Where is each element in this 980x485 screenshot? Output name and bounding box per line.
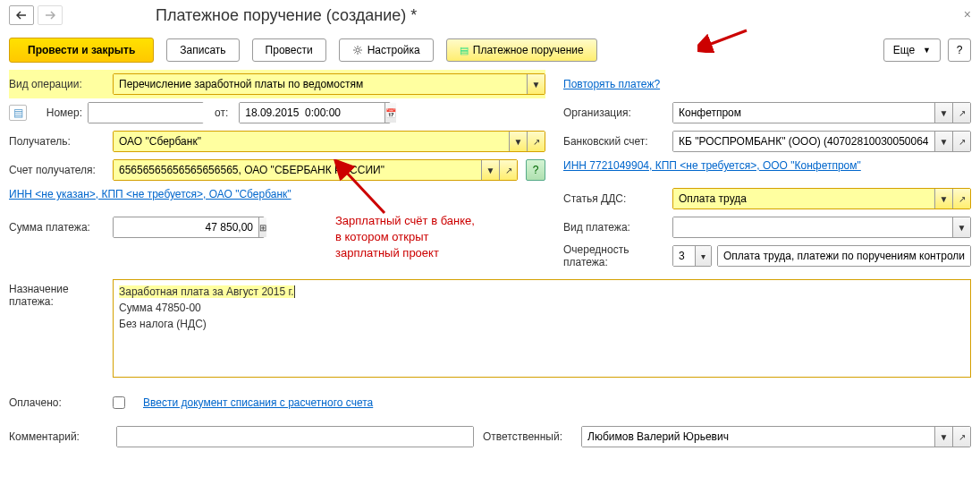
purpose-textarea[interactable]: Заработная плата за Август 2015 г. Сумма…	[113, 279, 971, 378]
open-icon[interactable]: ↗	[952, 103, 970, 123]
op-type-label: Вид операции:	[9, 78, 107, 90]
save-button[interactable]: Записать	[166, 38, 239, 62]
page-title: Платежное поручение (создание) *	[156, 6, 417, 25]
org-details-link[interactable]: ИНН 7721049904, КПП <не требуется>, ООО …	[563, 159, 861, 172]
dropdown-icon[interactable]: ▼	[952, 217, 970, 237]
priority-desc-field	[717, 245, 971, 267]
dropdown-icon[interactable]: ▼	[481, 160, 499, 180]
calendar-icon[interactable]: 📅	[384, 103, 396, 123]
open-icon[interactable]: ↗	[952, 189, 970, 208]
open-icon[interactable]: ↗	[952, 132, 970, 151]
open-icon[interactable]: ↗	[952, 427, 970, 447]
dropdown-icon[interactable]: ▼	[934, 189, 952, 208]
repeat-payment-link[interactable]: Повторять платеж?	[563, 78, 660, 90]
dds-input[interactable]	[673, 189, 934, 208]
pay-type-label: Вид платежа:	[563, 221, 667, 234]
org-label: Организация:	[563, 106, 667, 119]
responsible-field[interactable]: ▼ ↗	[581, 426, 971, 447]
priority-field[interactable]: ▾	[672, 245, 712, 267]
open-icon[interactable]: ↗	[527, 132, 545, 151]
recipient-acct-label: Счет получателя:	[9, 164, 107, 176]
purpose-label: Назначение платежа:	[9, 279, 107, 308]
dropdown-icon[interactable]: ▼	[934, 427, 952, 447]
forward-button[interactable]	[38, 5, 63, 25]
submit-and-close-button[interactable]: Провести и закрыть	[9, 38, 154, 63]
amount-label: Сумма платежа:	[9, 221, 107, 234]
dropdown-icon[interactable]: ▼	[934, 103, 952, 123]
op-type-select[interactable]: ▼	[113, 73, 545, 95]
calculator-icon[interactable]: ⊞	[258, 217, 266, 237]
number-field[interactable]	[88, 102, 204, 123]
responsible-input[interactable]	[582, 427, 934, 447]
gear-icon	[352, 45, 363, 55]
amount-field[interactable]: ⊞	[113, 217, 265, 238]
bank-acct-input[interactable]	[673, 132, 934, 151]
comment-input[interactable]	[117, 427, 473, 447]
bank-acct-field[interactable]: ▼ ↗	[672, 131, 971, 152]
date-field[interactable]: 📅	[239, 102, 391, 123]
enter-doc-link[interactable]: Ввести документ списания с расчетного сч…	[143, 396, 373, 409]
purpose-line-2: Сумма 47850-00	[119, 300, 965, 316]
recipient-acct-input[interactable]	[114, 160, 481, 180]
date-input[interactable]	[240, 103, 384, 123]
dropdown-icon[interactable]: ▼	[509, 132, 527, 151]
more-button[interactable]: Еще ▼	[883, 38, 941, 62]
responsible-label: Ответственный:	[483, 430, 572, 443]
recipient-label: Получатель:	[9, 135, 107, 148]
dds-field[interactable]: ▼ ↗	[672, 188, 971, 209]
dropdown-icon[interactable]: ▼	[934, 132, 952, 151]
number-input[interactable]	[89, 103, 233, 123]
post-button[interactable]: Провести	[252, 38, 326, 62]
number-label: Номер:	[32, 106, 82, 119]
svg-point-0	[356, 48, 359, 52]
date-from-label: от:	[215, 106, 228, 119]
bank-acct-label: Банковский счет:	[563, 135, 667, 148]
purpose-line-1: Заработная плата за Август 2015 г.	[119, 285, 294, 298]
help-icon[interactable]: ?	[526, 159, 545, 181]
comment-label: Комментарий:	[9, 430, 107, 443]
op-type-input[interactable]	[114, 74, 527, 94]
comment-field[interactable]	[116, 426, 474, 447]
recipient-details-link[interactable]: ИНН <не указан>, КПП <не требуется>, ОАО…	[9, 188, 291, 200]
priority-input[interactable]	[673, 246, 695, 266]
chevron-down-icon: ▼	[923, 46, 931, 55]
list-icon[interactable]: ▤	[9, 105, 27, 121]
close-icon[interactable]: ×	[964, 7, 971, 21]
org-field[interactable]: ▼ ↗	[672, 102, 971, 123]
priority-label: Очередность платежа:	[563, 243, 667, 268]
priority-desc	[718, 246, 970, 266]
payment-order-button[interactable]: ▤ Платежное поручение	[446, 38, 597, 62]
pay-type-field[interactable]: ▼	[672, 217, 971, 238]
paid-checkbox[interactable]	[113, 396, 125, 409]
svg-line-1	[706, 30, 747, 46]
pay-type-input[interactable]	[673, 217, 952, 237]
back-button[interactable]	[9, 5, 34, 25]
recipient-acct-field[interactable]: ▼ ↗	[113, 159, 518, 181]
settings-button[interactable]: Настройка	[339, 38, 434, 62]
purpose-line-3: Без налога (НДС)	[119, 316, 965, 332]
document-icon: ▤	[460, 45, 469, 56]
open-icon[interactable]: ↗	[499, 160, 517, 180]
org-input[interactable]	[673, 103, 934, 123]
annotation-arrow-1	[697, 26, 751, 53]
paid-label: Оплачено:	[9, 396, 107, 409]
recipient-input[interactable]	[114, 132, 509, 151]
dds-label: Статья ДДС:	[563, 192, 667, 205]
recipient-field[interactable]: ▼ ↗	[113, 131, 545, 152]
amount-input[interactable]	[114, 217, 258, 237]
spinner-icon[interactable]: ▾	[695, 246, 711, 266]
dropdown-icon[interactable]: ▼	[527, 74, 545, 94]
help-button[interactable]: ?	[948, 38, 971, 62]
annotation-text: Зарплатный счёт в банке, в котором откры…	[335, 213, 514, 262]
